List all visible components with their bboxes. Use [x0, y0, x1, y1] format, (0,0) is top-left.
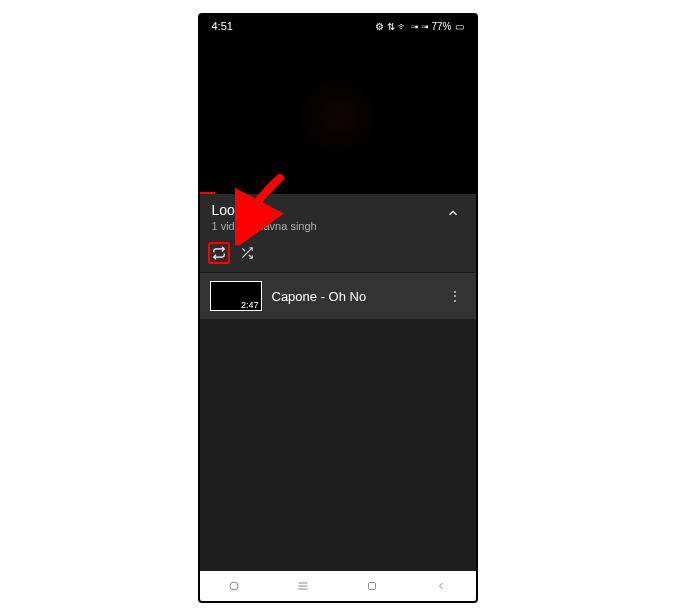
- nav-back-icon[interactable]: [434, 579, 448, 593]
- playlist-subtitle: 1 video Bhavna singh: [212, 220, 317, 232]
- wifi-icon: ᯤ: [398, 21, 408, 32]
- speed-icon: ⇅: [387, 21, 395, 32]
- nav-recent-icon[interactable]: [227, 579, 241, 593]
- battery-icon: ▭: [455, 21, 464, 32]
- loop-button[interactable]: [208, 242, 230, 264]
- playlist-controls: [200, 238, 476, 273]
- phone-frame: 4:51 ⚙ ⇅ ᯤ ▫▪ ▫▪ 77% ▭ Loop 1 video Bhav…: [198, 13, 478, 603]
- video-thumbnail: [293, 71, 383, 161]
- playlist-item[interactable]: 2:47 Capone - Oh No ⋮: [200, 273, 476, 319]
- item-duration: 2:47: [239, 300, 261, 310]
- progress-bar[interactable]: [200, 192, 215, 194]
- playlist-title: Loop: [212, 202, 317, 218]
- vpn-icon: ⚙: [375, 21, 384, 32]
- item-title: Capone - Oh No: [272, 289, 434, 304]
- nav-menu-icon[interactable]: [296, 579, 310, 593]
- shuffle-button[interactable]: [236, 242, 258, 264]
- svg-rect-7: [369, 583, 376, 590]
- battery-percent: 77%: [431, 21, 451, 32]
- item-thumbnail: 2:47: [210, 281, 262, 311]
- signal-icon: ▫▪: [411, 21, 418, 32]
- collapse-icon[interactable]: [442, 202, 464, 227]
- status-bar: 4:51 ⚙ ⇅ ᯤ ▫▪ ▫▪ 77% ▭: [200, 15, 476, 37]
- playlist-header[interactable]: Loop 1 video Bhavna singh: [200, 194, 476, 238]
- signal-icon-2: ▫▪: [421, 21, 428, 32]
- svg-line-2: [242, 248, 245, 251]
- status-time: 4:51: [212, 20, 233, 32]
- svg-point-3: [230, 582, 238, 590]
- status-indicators: ⚙ ⇅ ᯤ ▫▪ ▫▪ 77% ▭: [375, 21, 463, 32]
- item-more-button[interactable]: ⋮: [444, 288, 466, 304]
- video-player[interactable]: [200, 37, 476, 194]
- nav-home-icon[interactable]: [365, 579, 379, 593]
- navigation-bar: [200, 571, 476, 601]
